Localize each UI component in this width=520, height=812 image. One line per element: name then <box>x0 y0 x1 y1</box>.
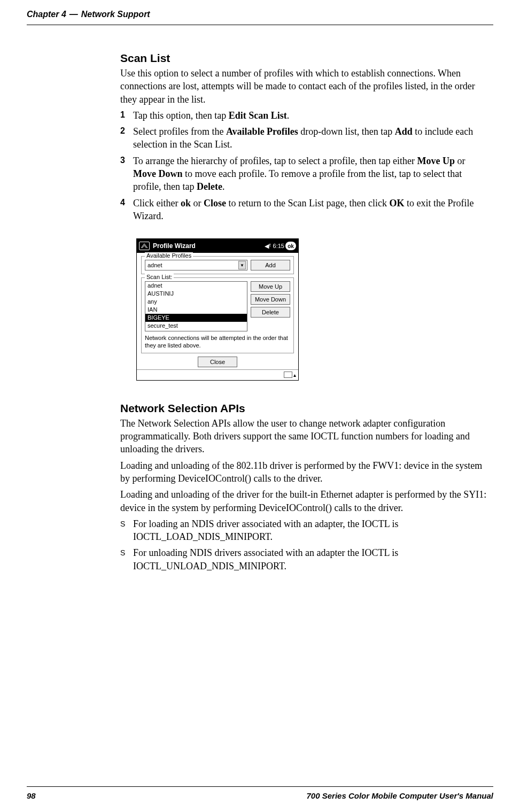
text: to return to the Scan List page, then cl… <box>226 198 389 208</box>
ok-button[interactable]: ok <box>285 242 296 250</box>
bold: Delete <box>197 181 222 192</box>
clock[interactable]: 6:15 <box>273 243 284 249</box>
bullet-load: S For loading an NDIS driver associated … <box>120 517 488 544</box>
text: or <box>191 198 204 208</box>
caret-up-icon[interactable]: ▴ <box>293 372 296 378</box>
running-header: Chapter 4 — Network Support <box>27 0 493 25</box>
section-title-network-apis: Network Selection APIs <box>120 402 488 415</box>
step-body: To arrange the hierarchy of profiles, ta… <box>133 154 488 194</box>
embedded-screenshot: Profile Wizard ◀ᴱ 6:15 ok Available Prof… <box>136 238 488 381</box>
list-item-selected[interactable]: BIGEYE <box>145 314 247 322</box>
bold: Edit Scan List <box>229 110 287 121</box>
step-body: Click either ok or Close to return to th… <box>133 197 488 223</box>
title-bar: Profile Wizard ◀ᴱ 6:15 ok <box>137 239 298 253</box>
step-2: 2 Select profiles from the Available Pro… <box>120 125 488 151</box>
order-note: Network connections will be attempted in… <box>145 335 290 350</box>
bold: Add <box>395 126 413 137</box>
list-item[interactable]: any <box>145 298 247 306</box>
bullet-symbol: S <box>120 546 133 573</box>
bullet-body: For loading an NDIS driver associated wi… <box>133 517 488 544</box>
page-number: 98 <box>27 791 36 800</box>
keyboard-icon[interactable] <box>284 372 292 378</box>
paragraph: The Network Selection APIs allow the use… <box>120 417 488 456</box>
list-item[interactable]: IAN <box>145 306 247 314</box>
group-legend: Scan List: <box>145 274 174 280</box>
bullet-body: For unloading NDIS drivers associated wi… <box>133 546 488 573</box>
list-item[interactable]: adnet <box>145 282 247 290</box>
bold: ok <box>181 198 191 208</box>
step-1: 1 Tap this option, then tap Edit Scan Li… <box>120 109 488 122</box>
text: Tap this option, then tap <box>133 110 229 121</box>
window-title: Profile Wizard <box>153 242 263 250</box>
step-number: 1 <box>120 109 133 122</box>
chapter-label: Chapter 4 <box>27 10 66 19</box>
step-body: Select profiles from the Available Profi… <box>133 125 488 151</box>
delete-button[interactable]: Delete <box>251 307 290 318</box>
paragraph: Loading and unloading of the 802.11b dri… <box>120 459 488 485</box>
text: . <box>287 110 290 121</box>
step-number: 4 <box>120 197 133 223</box>
group-legend: Available Profiles <box>145 252 193 259</box>
text: Click either <box>133 198 181 208</box>
button-column: Move Up Move Down Delete <box>251 281 290 331</box>
bullet-unload: S For unloading NDIS drivers associated … <box>120 546 488 573</box>
bullet-symbol: S <box>120 517 133 544</box>
bold: Available Profiles <box>226 126 298 137</box>
step-4: 4 Click either ok or Close to return to … <box>120 197 488 223</box>
em-dash: — <box>69 10 78 19</box>
chapter-title: Network Support <box>81 10 150 19</box>
window-body: Available Profiles adnet ▼ Add Scan List… <box>137 253 298 369</box>
step-number: 2 <box>120 125 133 151</box>
step-3: 3 To arrange the hierarchy of profiles, … <box>120 154 488 194</box>
chevron-down-icon[interactable]: ▼ <box>238 261 246 269</box>
bold: Close <box>204 198 226 208</box>
sip-bar: ▴ <box>137 369 298 380</box>
add-button[interactable]: Add <box>251 260 290 270</box>
available-profiles-group: Available Profiles adnet ▼ Add <box>141 256 294 274</box>
combo-value: adnet <box>148 262 162 268</box>
section-title-scan-list: Scan List <box>120 52 488 65</box>
app-icon[interactable] <box>139 242 150 250</box>
step-body: Tap this option, then tap Edit Scan List… <box>133 109 488 122</box>
move-down-button[interactable]: Move Down <box>251 294 290 305</box>
profile-wizard-window: Profile Wizard ◀ᴱ 6:15 ok Available Prof… <box>136 238 299 381</box>
scan-list-group: Scan List: adnet AUSTINIJ any IAN BIGEYE… <box>141 277 294 353</box>
move-up-button[interactable]: Move Up <box>251 281 290 292</box>
step-number: 3 <box>120 154 133 194</box>
page-content: Scan List Use this option to select a nu… <box>120 25 488 573</box>
list-item[interactable]: AUSTINIJ <box>145 290 247 298</box>
text: drop-down list, then tap <box>298 126 395 137</box>
available-profiles-combo[interactable]: adnet ▼ <box>145 260 247 270</box>
bold: Move Down <box>133 168 183 179</box>
speaker-icon[interactable]: ◀ᴱ <box>265 243 271 250</box>
scan-list-intro: Use this option to select a number of pr… <box>120 67 488 106</box>
text: . <box>222 181 225 192</box>
running-footer: 98 700 Series Color Mobile Computer User… <box>27 786 493 800</box>
text: Select profiles from the <box>133 126 226 137</box>
text: To arrange the hierarchy of profiles, ta… <box>133 156 417 166</box>
list-item[interactable]: secure_test <box>145 322 247 330</box>
book-title: 700 Series Color Mobile Computer User's … <box>307 791 494 800</box>
bold: OK <box>389 198 404 208</box>
text: to move each profile. To remove a profil… <box>133 168 462 192</box>
scan-list-listbox[interactable]: adnet AUSTINIJ any IAN BIGEYE secure_tes… <box>145 281 247 331</box>
paragraph: Loading and unloading of the driver for … <box>120 488 488 514</box>
close-button[interactable]: Close <box>198 357 237 367</box>
text: or <box>455 156 465 166</box>
bold: Move Up <box>417 156 455 166</box>
